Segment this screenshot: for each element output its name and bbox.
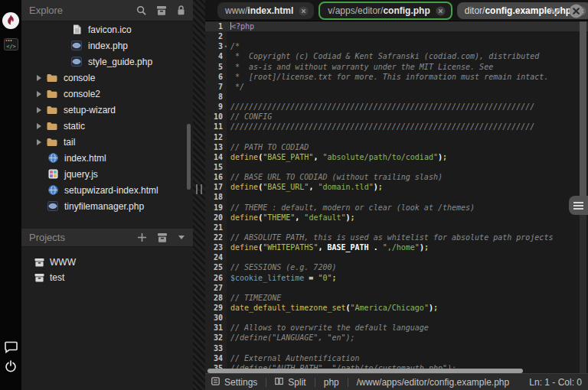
code-line[interactable]: 12 bbox=[205, 132, 588, 142]
tree-item-tinyfilemanager.php[interactable]: tinyfilemanager.php bbox=[21, 198, 193, 214]
code-line[interactable]: 6 * [root]/license.txt for more. This in… bbox=[205, 72, 588, 82]
explore-title: Explore bbox=[29, 5, 136, 16]
chat-icon[interactable] bbox=[0, 341, 21, 353]
code-line[interactable]: 7 */ bbox=[205, 82, 588, 92]
code-line[interactable]: 9///////////////////////////////////////… bbox=[205, 102, 588, 112]
code-line[interactable]: 3▾/* bbox=[205, 41, 588, 51]
tab-close-icon[interactable] bbox=[299, 6, 309, 16]
tree-item-favicon.ico[interactable]: favicon.ico bbox=[21, 21, 193, 37]
close-icon[interactable] bbox=[569, 4, 583, 18]
code-editor[interactable]: 1<?php23▾/*4 * Copyright (c) Codiad & Ke… bbox=[205, 21, 588, 373]
line-number: 8 bbox=[205, 92, 227, 102]
tree-item-index.php[interactable]: index.php bbox=[21, 37, 193, 54]
code-line[interactable]: 23define("WHITEPATHS", BASE_PATH . ",/ho… bbox=[205, 242, 588, 252]
tree-item-jquery.js[interactable]: jquery.js bbox=[21, 166, 193, 182]
tree-item-console2[interactable]: console2 bbox=[21, 86, 193, 102]
code-line[interactable]: 27 bbox=[205, 283, 588, 293]
code-text: /* bbox=[227, 41, 240, 51]
code-line[interactable]: 28// TIMEZONE bbox=[205, 293, 588, 303]
code-line[interactable]: 15 bbox=[205, 162, 588, 172]
expand-arrow-icon[interactable] bbox=[36, 122, 42, 130]
tree-item-console[interactable]: console bbox=[21, 70, 193, 86]
line-number: 26 bbox=[205, 273, 227, 283]
line-number: 16 bbox=[205, 172, 227, 182]
code-line[interactable]: 20define("THEME", "default"); bbox=[205, 213, 588, 223]
tree-item-label: index.html bbox=[64, 153, 106, 164]
code-line[interactable]: 17define("BASE_URL", "domain.tld"); bbox=[205, 182, 588, 192]
code-line[interactable]: 32//define("LANGUAGE", "en"); bbox=[205, 333, 588, 343]
code-line[interactable]: 33 bbox=[205, 343, 588, 353]
code-line[interactable]: 8 bbox=[205, 92, 588, 102]
code-line[interactable]: 1<?php bbox=[205, 21, 588, 31]
code-line[interactable]: 14define("BASE_PATH", "absolute/path/to/… bbox=[205, 152, 588, 162]
project-item-WWW[interactable]: WWW bbox=[21, 255, 193, 270]
expand-arrow-icon[interactable] bbox=[36, 90, 42, 98]
chevron-down-icon[interactable] bbox=[549, 7, 562, 15]
power-icon[interactable] bbox=[0, 360, 21, 372]
code-line[interactable]: 5 * as-is and without warranty under the… bbox=[205, 62, 588, 72]
plus-icon[interactable] bbox=[137, 232, 147, 242]
code-line[interactable]: 21 bbox=[205, 223, 588, 232]
search-icon[interactable] bbox=[136, 5, 146, 15]
line-number: 12 bbox=[205, 132, 227, 142]
code-line[interactable]: 10// CONFIG bbox=[205, 112, 588, 122]
code-line[interactable]: 19// THEME : default, modern or clear (l… bbox=[205, 203, 588, 213]
sidebar-divider[interactable] bbox=[193, 0, 205, 390]
settings-label: Settings bbox=[224, 377, 257, 388]
code-line[interactable]: 31// Allows to overwrite the default lan… bbox=[205, 323, 588, 333]
code-line[interactable]: 29date_default_timezone_set("America/Chi… bbox=[205, 303, 588, 313]
code-text bbox=[227, 223, 230, 232]
tab-config.php[interactable]: v/apps/editor/config.php bbox=[318, 2, 452, 20]
code-line[interactable]: 26$cookie_lifetime = "0"; bbox=[205, 273, 588, 283]
archive-icon[interactable] bbox=[157, 233, 168, 242]
split-button[interactable]: Split bbox=[275, 377, 305, 388]
right-panel-handle[interactable] bbox=[569, 196, 588, 215]
tree-item-label: setup-wizard bbox=[64, 105, 116, 115]
tab-index.html[interactable]: www/index.html bbox=[217, 2, 314, 19]
code-line[interactable]: 34// External Authentification bbox=[205, 353, 588, 363]
code-line[interactable]: 16// BASE URL TO CODIAD (without trailin… bbox=[205, 172, 588, 182]
line-number: 21 bbox=[205, 223, 227, 232]
line-number: 6 bbox=[205, 72, 227, 82]
archive-icon[interactable] bbox=[156, 6, 167, 15]
divider-grip-icon bbox=[196, 184, 202, 194]
project-item-test[interactable]: test bbox=[21, 270, 193, 285]
code-line[interactable]: 13// PATH TO CODIAD bbox=[205, 142, 588, 152]
expand-arrow-icon[interactable] bbox=[36, 138, 42, 146]
code-line[interactable]: 2 bbox=[205, 31, 588, 41]
mode-selector[interactable]: php bbox=[324, 377, 339, 388]
code-line[interactable]: 25// SESSIONS (e.g. 7200) bbox=[205, 262, 588, 272]
explorer-scrollbar[interactable] bbox=[187, 124, 191, 190]
tree-item-static[interactable]: static bbox=[21, 118, 193, 134]
code-line[interactable]: 4 * Copyright (c) Codiad & Kent Safransk… bbox=[205, 51, 588, 61]
expand-arrow-icon[interactable] bbox=[36, 74, 42, 82]
expand-arrow-icon[interactable] bbox=[36, 106, 42, 114]
tree-item-label: tinyfilemanager.php bbox=[64, 201, 144, 212]
code-line[interactable]: 30 bbox=[205, 313, 588, 323]
code-line[interactable]: 22// ABSOLUTE PATH, this is used as whit… bbox=[205, 232, 588, 242]
tree-item-index.html[interactable]: index.html bbox=[21, 150, 193, 166]
code-line[interactable]: 18 bbox=[205, 192, 588, 202]
lock-icon[interactable] bbox=[177, 5, 185, 15]
left-icon-bar: </> bbox=[0, 0, 21, 390]
code-text bbox=[227, 313, 230, 323]
tab-close-icon[interactable] bbox=[436, 6, 446, 16]
code-window-icon[interactable]: </> bbox=[0, 38, 21, 50]
settings-button[interactable]: Settings bbox=[211, 377, 257, 388]
editor-vscrollbar-thumb[interactable] bbox=[580, 21, 586, 197]
caret-down-icon[interactable] bbox=[178, 235, 185, 240]
codiad-logo-icon[interactable] bbox=[0, 12, 21, 29]
code-line[interactable]: 24 bbox=[205, 252, 588, 262]
line-number: 29 bbox=[205, 303, 227, 313]
code-text: ////////////////////////////////////////… bbox=[227, 122, 534, 132]
tree-item-style_guide.php[interactable]: style_guide.php bbox=[21, 54, 193, 70]
project-box-icon bbox=[34, 274, 44, 282]
tree-item-setupwizard-index.html[interactable]: setupwizard-index.html bbox=[21, 182, 193, 198]
tree-item-tail[interactable]: tail bbox=[21, 134, 193, 150]
line-number: 20 bbox=[205, 213, 227, 223]
php-file-icon bbox=[71, 57, 82, 67]
split-icon bbox=[275, 377, 283, 388]
code-line[interactable]: 11//////////////////////////////////////… bbox=[205, 122, 588, 132]
split-label: Split bbox=[288, 377, 305, 388]
tree-item-setup-wizard[interactable]: setup-wizard bbox=[21, 102, 193, 118]
